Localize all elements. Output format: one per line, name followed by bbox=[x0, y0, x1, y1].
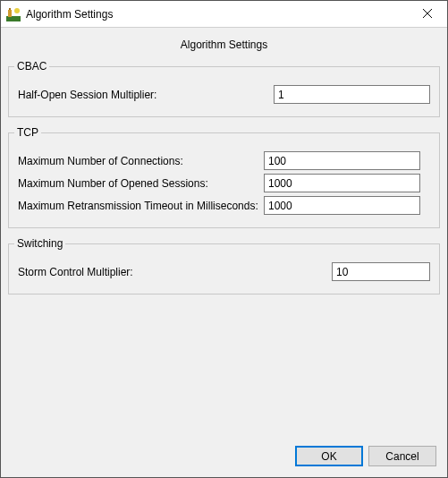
max-sess-input[interactable] bbox=[264, 174, 420, 192]
group-switching: Switching Storm Control Multiplier: bbox=[8, 237, 440, 294]
field-max-conn: Maximum Number of Connections: bbox=[18, 151, 430, 170]
max-conn-label: Maximum Number of Connections: bbox=[18, 155, 264, 167]
max-sess-label: Maximum Number of Opened Sessions: bbox=[18, 177, 264, 190]
svg-rect-1 bbox=[8, 10, 12, 17]
dialog-window: Algorithm Settings Algorithm Settings CB… bbox=[0, 0, 448, 478]
close-button[interactable] bbox=[408, 1, 447, 27]
group-cbac-legend: CBAC bbox=[14, 60, 49, 73]
group-tcp: TCP Maximum Number of Connections: Maxim… bbox=[8, 126, 440, 228]
field-max-sess: Maximum Number of Opened Sessions: bbox=[18, 174, 430, 192]
svg-point-3 bbox=[14, 8, 20, 13]
field-max-rto: Maximum Retransmission Timeout in Millis… bbox=[18, 196, 430, 215]
app-icon bbox=[6, 7, 21, 21]
page-title: Algorithm Settings bbox=[8, 35, 440, 60]
ok-button[interactable]: OK bbox=[295, 446, 363, 466]
field-storm: Storm Control Multiplier: bbox=[18, 262, 430, 281]
max-rto-input[interactable] bbox=[264, 196, 420, 215]
group-cbac: CBAC Half-Open Session Multiplier: bbox=[8, 60, 440, 117]
svg-rect-2 bbox=[9, 8, 11, 10]
group-switching-legend: Switching bbox=[14, 237, 65, 250]
field-half-open: Half-Open Session Multiplier: bbox=[18, 85, 430, 104]
group-tcp-legend: TCP bbox=[14, 126, 41, 139]
storm-label: Storm Control Multiplier: bbox=[18, 266, 133, 278]
max-rto-label: Maximum Retransmission Timeout in Millis… bbox=[18, 200, 264, 212]
max-conn-input[interactable] bbox=[264, 151, 420, 170]
half-open-input[interactable] bbox=[274, 85, 430, 104]
title-bar: Algorithm Settings bbox=[1, 1, 447, 28]
storm-input[interactable] bbox=[332, 262, 430, 281]
close-icon bbox=[423, 7, 432, 21]
window-title: Algorithm Settings bbox=[26, 8, 113, 21]
button-bar: OK Cancel bbox=[8, 437, 440, 470]
cancel-button[interactable]: Cancel bbox=[368, 446, 436, 466]
half-open-label: Half-Open Session Multiplier: bbox=[18, 89, 156, 101]
client-area: Algorithm Settings CBAC Half-Open Sessio… bbox=[1, 28, 447, 477]
